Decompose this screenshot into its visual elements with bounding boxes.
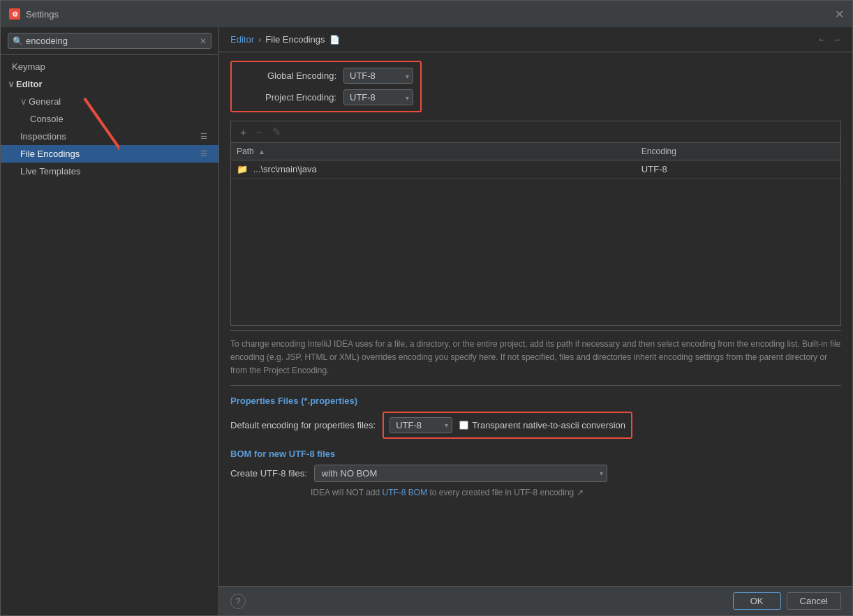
project-encoding-select-wrap: UTF-8 UTF-16 ISO-8859-1 ▾ (343, 89, 413, 105)
bom-link[interactable]: UTF-8 BOM (382, 488, 427, 497)
breadcrumb: Editor › File Encodings 📄 (230, 34, 340, 45)
sidebar-nav: Keymap ∨Editor ∨General Console Inspecti… (1, 55, 218, 615)
encoding-column-header[interactable]: Encoding (636, 143, 840, 160)
app-icon: ⚙ (9, 8, 20, 20)
sidebar-item-general[interactable]: ∨General (1, 93, 218, 110)
title-bar: ⚙ Settings ✕ (1, 1, 852, 27)
path-column-header[interactable]: Path ▲ (231, 143, 636, 160)
folder-icon: 📁 (237, 164, 248, 174)
inspections-settings-icon: ☰ (200, 132, 207, 141)
info-text: To change encoding IntelliJ IDEA uses fo… (230, 330, 841, 386)
title-bar-left: ⚙ Settings (9, 8, 59, 20)
breadcrumb-separator: › (258, 34, 261, 45)
sidebar-item-inspections[interactable]: Inspections ☰ (1, 128, 218, 145)
edit-path-button[interactable]: ✎ (269, 124, 285, 140)
settings-window: ⚙ Settings ✕ 🔍 ✕ Keymap ∨Editor (0, 0, 853, 616)
search-icon: 🔍 (13, 36, 23, 46)
editor-label: Editor (16, 79, 43, 89)
file-encoding-table-container: + − ✎ Path ▲ Encoding (230, 121, 841, 326)
breadcrumb-file-icon: 📄 (329, 35, 340, 45)
sidebar: 🔍 ✕ Keymap ∨Editor ∨General Console (1, 27, 219, 615)
sidebar-item-editor[interactable]: ∨Editor (1, 75, 218, 93)
table-toolbar: + − ✎ (231, 121, 840, 143)
global-encoding-select[interactable]: UTF-8 UTF-16 ISO-8859-1 (343, 68, 413, 84)
search-clear-icon[interactable]: ✕ (200, 36, 207, 46)
bottom-bar: ? OK Cancel (219, 586, 852, 615)
console-label: Console (30, 114, 64, 124)
close-button[interactable]: ✕ (835, 8, 844, 21)
properties-section: Properties Files (*.properties) Default … (230, 396, 841, 439)
panel-body: Global Encoding: UTF-8 UTF-16 ISO-8859-1… (219, 52, 852, 586)
table-row[interactable]: 📁 ...\src\main\java UTF-8 (231, 160, 840, 179)
help-button[interactable]: ? (230, 594, 246, 609)
bom-info: IDEA will NOT add UTF-8 BOM to every cre… (230, 488, 841, 497)
global-encoding-row: Global Encoding: UTF-8 UTF-16 ISO-8859-1… (239, 68, 413, 84)
transparent-checkbox-wrap: Transparent native-to-ascii conversion (459, 420, 625, 430)
panel-header-actions: ← → (817, 34, 841, 45)
editor-collapse-arrow: ∨ (8, 79, 15, 89)
right-panel: Editor › File Encodings 📄 ← → Global Enc… (219, 27, 852, 615)
nav-back-button[interactable]: ← (817, 34, 826, 45)
file-encodings-row: File Encodings ☰ (20, 149, 207, 159)
remove-path-button[interactable]: − (253, 125, 266, 140)
file-encodings-label: File Encodings (20, 149, 80, 159)
add-path-button[interactable]: + (237, 125, 250, 140)
bom-row: Create UTF-8 files: with NO BOM with BOM… (230, 465, 841, 482)
inspections-row: Inspections ☰ (20, 131, 207, 142)
project-encoding-label: Project Encoding: (239, 92, 336, 103)
window-title: Settings (26, 9, 59, 20)
breadcrumb-editor-link[interactable]: Editor (230, 34, 254, 45)
bom-section: BOM for new UTF-8 files Create UTF-8 fil… (230, 449, 841, 497)
props-highlight-box: UTF-8 UTF-16 ▾ Transparent native-to-asc… (383, 412, 632, 439)
properties-section-title: Properties Files (*.properties) (230, 396, 841, 406)
bottom-buttons: OK Cancel (733, 592, 841, 610)
global-encoding-select-wrap: UTF-8 UTF-16 ISO-8859-1 ▾ (343, 68, 413, 84)
project-encoding-select[interactable]: UTF-8 UTF-16 ISO-8859-1 (343, 89, 413, 105)
encoding-highlight-box: Global Encoding: UTF-8 UTF-16 ISO-8859-1… (230, 61, 422, 112)
path-cell: 📁 ...\src\main\java (231, 160, 636, 179)
panel-header: Editor › File Encodings 📄 ← → (219, 27, 852, 52)
bom-select-wrap: with NO BOM with BOM ▾ (314, 465, 607, 482)
bom-section-title: BOM for new UTF-8 files (230, 449, 841, 459)
props-encoding-row: Default encoding for properties files: U… (230, 412, 841, 439)
bom-create-select[interactable]: with NO BOM with BOM (314, 465, 607, 482)
sidebar-item-keymap[interactable]: Keymap (1, 58, 218, 75)
inspections-label: Inspections (20, 131, 66, 142)
file-encodings-settings-icon: ☰ (200, 149, 207, 158)
props-encoding-label: Default encoding for properties files: (230, 420, 376, 430)
keymap-label: Keymap (12, 61, 45, 72)
ok-button[interactable]: OK (733, 592, 781, 610)
transparent-label: Transparent native-to-ascii conversion (472, 420, 625, 430)
global-encoding-label: Global Encoding: (239, 70, 336, 81)
cancel-button[interactable]: Cancel (787, 592, 841, 610)
sidebar-item-console[interactable]: Console (1, 110, 218, 128)
bom-external-link-icon: ↗ (577, 488, 584, 497)
props-encoding-select[interactable]: UTF-8 UTF-16 (390, 417, 452, 433)
search-bar: 🔍 ✕ (1, 27, 218, 55)
main-content: 🔍 ✕ Keymap ∨Editor ∨General Console (1, 27, 852, 615)
bom-create-label: Create UTF-8 files: (230, 468, 307, 479)
file-encoding-table: Path ▲ Encoding 📁 (231, 143, 840, 179)
live-templates-label: Live Templates (20, 166, 80, 176)
project-encoding-row: Project Encoding: UTF-8 UTF-16 ISO-8859-… (239, 89, 413, 105)
breadcrumb-current: File Encodings (265, 34, 325, 45)
sidebar-item-file-encodings[interactable]: File Encodings ☰ (1, 145, 218, 163)
general-label: General (29, 96, 61, 107)
general-collapse-arrow: ∨ (20, 96, 27, 107)
search-input-wrap[interactable]: 🔍 ✕ (8, 33, 212, 49)
sidebar-item-live-templates[interactable]: Live Templates (1, 163, 218, 180)
path-sort-arrow: ▲ (258, 148, 265, 156)
props-encoding-select-wrap: UTF-8 UTF-16 ▾ (390, 417, 452, 433)
search-input[interactable] (26, 36, 197, 46)
transparent-checkbox[interactable] (459, 421, 468, 430)
nav-forward-button[interactable]: → (832, 34, 841, 45)
encoding-settings-area: Global Encoding: UTF-8 UTF-16 ISO-8859-1… (230, 61, 841, 112)
table-empty-area (231, 186, 840, 325)
encoding-cell: UTF-8 (636, 160, 840, 179)
